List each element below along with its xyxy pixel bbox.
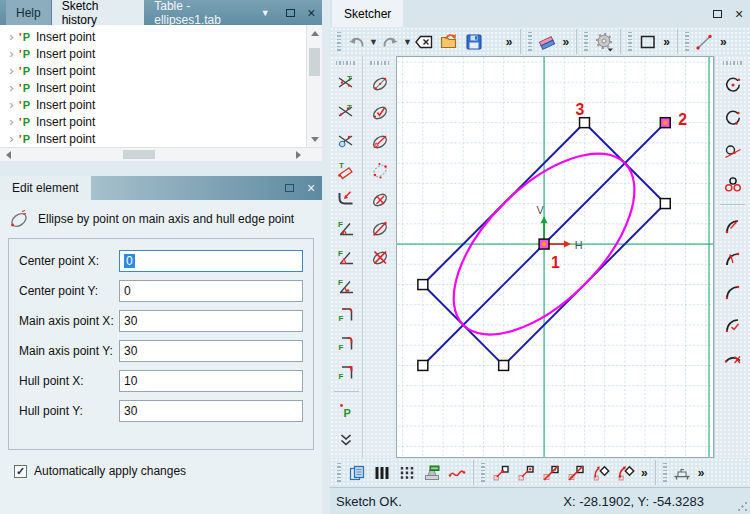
tab-edit-element[interactable]: Edit element bbox=[0, 176, 91, 200]
resize-grip[interactable] bbox=[737, 501, 748, 512]
expander-chevron-icon[interactable]: › bbox=[4, 63, 19, 78]
fillet-icon[interactable] bbox=[334, 186, 359, 211]
vertical-scrollbar[interactable] bbox=[306, 25, 322, 147]
c3-icon[interactable] bbox=[720, 171, 745, 196]
ell2-icon[interactable] bbox=[367, 99, 392, 124]
hull-point-x-input[interactable] bbox=[119, 370, 303, 392]
hull-point-y-input[interactable] bbox=[119, 400, 303, 422]
rot2-icon[interactable] bbox=[613, 460, 638, 485]
main-axis-point-x-input[interactable] bbox=[119, 310, 303, 332]
tree-row[interactable]: ›'PInsert point bbox=[0, 96, 306, 113]
undo-icon[interactable] bbox=[344, 29, 369, 54]
tree-row[interactable]: ›'PInsert point bbox=[0, 79, 306, 96]
fcor2-icon[interactable] bbox=[334, 331, 359, 356]
toolbar-overflow-button[interactable]: » bbox=[503, 35, 516, 49]
toolbar-grip[interactable] bbox=[628, 32, 632, 52]
tan1-icon[interactable] bbox=[334, 70, 359, 95]
circ-icon[interactable] bbox=[720, 105, 745, 130]
ctan-icon[interactable] bbox=[720, 138, 745, 163]
spline-icon[interactable] bbox=[444, 460, 469, 485]
expander-chevron-icon[interactable]: › bbox=[4, 46, 19, 61]
scroll-thumb[interactable] bbox=[123, 150, 155, 159]
arc1-icon[interactable] bbox=[720, 213, 745, 238]
toolbar-grip[interactable] bbox=[663, 463, 667, 483]
expander-chevron-icon[interactable]: › bbox=[4, 114, 19, 129]
rot1-icon[interactable] bbox=[588, 460, 613, 485]
expander-chevron-icon[interactable]: › bbox=[4, 131, 19, 146]
toolbar-overflow-button[interactable]: » bbox=[560, 35, 573, 49]
stamp-icon[interactable] bbox=[419, 460, 444, 485]
dropdown-caret-icon[interactable]: ▼ bbox=[369, 37, 378, 47]
redo-icon[interactable] bbox=[378, 29, 403, 54]
tree-row[interactable]: ›'PInsert point bbox=[0, 28, 306, 45]
toolbar-grip[interactable] bbox=[481, 463, 485, 483]
sqa1-icon[interactable] bbox=[488, 460, 513, 485]
ccen-icon[interactable] bbox=[720, 72, 745, 97]
arc5-icon[interactable] bbox=[720, 345, 745, 370]
toolbar-grip[interactable] bbox=[370, 61, 390, 65]
tan2-icon[interactable] bbox=[334, 99, 359, 124]
save-icon[interactable] bbox=[462, 29, 487, 54]
scroll-track[interactable] bbox=[15, 148, 291, 161]
toolbar-grip[interactable] bbox=[685, 32, 689, 52]
line-icon[interactable] bbox=[692, 29, 717, 54]
tab-table[interactable]: Table - ellipses1.tab ▼ bbox=[144, 0, 279, 25]
toolbar-grip[interactable] bbox=[337, 32, 341, 52]
tree-row[interactable]: ›'PInsert point bbox=[0, 62, 306, 79]
close-icon[interactable]: × bbox=[301, 0, 322, 25]
gear-icon[interactable] bbox=[591, 29, 616, 54]
handle-center-selected[interactable] bbox=[539, 239, 549, 249]
eraser-icon[interactable] bbox=[535, 29, 560, 54]
fcor1-icon[interactable] bbox=[334, 302, 359, 327]
auto-apply-row[interactable]: ✓ Automatically apply changes bbox=[14, 464, 318, 478]
chevron-down-icon[interactable]: ▼ bbox=[261, 8, 270, 18]
tree-row[interactable]: ›'PInsert point bbox=[0, 45, 306, 62]
handle-axis-end[interactable] bbox=[418, 360, 428, 370]
toolbar-grip[interactable] bbox=[584, 32, 588, 52]
fang1-icon[interactable] bbox=[334, 215, 359, 240]
panel-splitter[interactable] bbox=[0, 161, 322, 176]
expander-chevron-icon[interactable]: › bbox=[4, 29, 19, 44]
close-icon[interactable]: × bbox=[728, 0, 750, 27]
scroll-right-icon[interactable] bbox=[291, 148, 306, 161]
tab-sketcher[interactable]: Sketcher bbox=[332, 0, 403, 27]
toolbar-grip[interactable] bbox=[336, 61, 356, 65]
barsd-icon[interactable] bbox=[394, 460, 419, 485]
ell3-icon[interactable] bbox=[367, 128, 392, 153]
open-icon[interactable] bbox=[437, 29, 462, 54]
toolbar-grip[interactable] bbox=[723, 61, 743, 65]
fang3-icon[interactable] bbox=[334, 273, 359, 298]
expander-chevron-icon[interactable]: › bbox=[4, 80, 19, 95]
handle-corner-left[interactable] bbox=[418, 280, 428, 290]
tab-help[interactable]: Help bbox=[6, 0, 52, 25]
toolbar-overflow-button[interactable]: » bbox=[717, 35, 730, 49]
tree-row[interactable]: ›'PInsert point bbox=[0, 130, 306, 147]
ell4-icon[interactable] bbox=[367, 157, 392, 182]
maximize-icon[interactable] bbox=[278, 176, 300, 200]
tab-sketch-history[interactable]: Sketch history bbox=[52, 0, 145, 25]
ell1-icon[interactable] bbox=[367, 70, 392, 95]
panel-splitter-vertical[interactable] bbox=[322, 0, 330, 514]
scroll-down-icon[interactable] bbox=[307, 132, 322, 147]
auto-apply-checkbox[interactable]: ✓ bbox=[14, 465, 27, 478]
toolbar-overflow-button[interactable]: » bbox=[638, 466, 651, 480]
scroll-thumb[interactable] bbox=[309, 48, 320, 76]
backspace-icon[interactable] bbox=[412, 29, 437, 54]
fcor3-icon[interactable] bbox=[334, 360, 359, 385]
ell5-icon[interactable] bbox=[367, 186, 392, 211]
handle-corner-bottom[interactable] bbox=[499, 360, 509, 370]
sqx1-icon[interactable] bbox=[538, 460, 563, 485]
center-point-x-input[interactable]: 0 bbox=[119, 250, 303, 272]
horizontal-scrollbar[interactable] bbox=[0, 147, 322, 161]
drawing-canvas[interactable]: V H bbox=[396, 56, 714, 458]
toolbar-overflow-button[interactable]: » bbox=[660, 35, 673, 49]
maximize-icon[interactable] bbox=[706, 0, 728, 27]
center-point-y-input[interactable] bbox=[119, 280, 303, 302]
tanr-icon[interactable] bbox=[334, 157, 359, 182]
sqa2-icon[interactable] bbox=[513, 460, 538, 485]
handle-hull-point[interactable] bbox=[580, 118, 590, 128]
arc3-icon[interactable] bbox=[720, 279, 745, 304]
more-icon[interactable] bbox=[334, 427, 359, 452]
tree-row[interactable]: ›'PInsert point bbox=[0, 113, 306, 130]
toolbar-grip[interactable] bbox=[528, 32, 532, 52]
